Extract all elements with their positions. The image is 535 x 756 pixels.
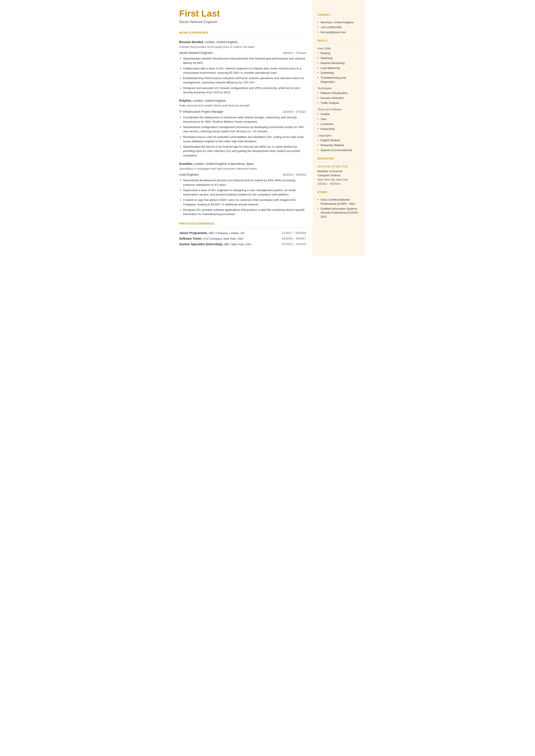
- prev-exp-dates-1: 11/2017 – 05/2018: [282, 231, 306, 235]
- contact-location: Wrexham, United Kingdom: [318, 20, 360, 25]
- hard-skill-6: Troubleshooting and Diagnostics: [318, 76, 360, 84]
- tool-3: Lucidchart: [318, 122, 360, 126]
- job-title-1: Senior Network Engineer: [179, 51, 213, 55]
- prev-exp-row-2: Software Tester, XYZ Company, New York, …: [179, 237, 306, 241]
- prev-company-name-1: Junior Programmer,: [179, 231, 208, 235]
- contact-phone: +44 1234567890: [318, 25, 360, 30]
- prev-company-rest-1: ABC Company, London, UK: [208, 232, 244, 235]
- edu-field: Computer Science: [318, 173, 360, 178]
- bullet-list-3: Streamlined development process and redu…: [179, 178, 306, 216]
- hard-skill-5: Subnetting: [318, 71, 360, 75]
- bullet-2-1: Coordinated the deployment of enterprise…: [179, 115, 306, 124]
- contact-section-title: CONTACT: [318, 13, 360, 17]
- company-tagline-3: Specializes in mortgages that help custo…: [179, 167, 306, 171]
- prev-company-name-3: System Specialist (Internship),: [179, 242, 223, 246]
- tools-list: Ansible Visio Lucidchart PowerShell: [318, 112, 360, 131]
- prev-exp-row-3: System Specialist (Internship), ABC, New…: [179, 242, 306, 246]
- job-dates-1: 08/2021 – Present: [283, 51, 306, 55]
- job-title-row-2: IT Infrastructure Project Manager 10/201…: [179, 109, 306, 114]
- company-rest-3: London, United Kingdom & Barcelona, Spai…: [193, 162, 254, 165]
- hard-skill-4: Load Balancing: [318, 66, 360, 70]
- bullet-3-4: Designed 20+ portable software applicati…: [179, 208, 306, 216]
- language-1: English (Native): [318, 138, 360, 142]
- edu-dates: 10/2011 - 06/2014: [318, 182, 360, 186]
- bullet-3-2: Supervised a team of 50+ engineers in de…: [179, 188, 306, 197]
- candidate-name: First Last: [179, 9, 306, 18]
- job-title-3: Lead Engineer: [179, 172, 199, 177]
- techniques-label: Techniques:: [318, 86, 360, 91]
- company-tagline-1: A lender that provides home equity lines…: [179, 45, 306, 49]
- edu-school: University of New York: [318, 164, 360, 169]
- job-title-row-3: Lead Engineer 06/2018 – 09/2019: [179, 172, 306, 177]
- prev-exp-dates-3: 07/2014 – 12/2015: [282, 242, 306, 246]
- prev-exp-company-2: Software Tester, XYZ Company, New York, …: [179, 237, 243, 241]
- bullet-1-1: Spearheaded network infrastructure impro…: [179, 56, 306, 65]
- bullet-2-2: Standardized configuration management pr…: [179, 125, 306, 134]
- prev-exp-company-3: System Specialist (Internship), ABC, New…: [179, 242, 251, 246]
- education-section-title: EDUCATION: [318, 157, 360, 160]
- job-dates-2: 10/2019 – 07/2021: [283, 110, 306, 114]
- bullet-3-1: Streamlined development process and redu…: [179, 178, 306, 187]
- other-section-title: OTHER: [318, 190, 360, 194]
- bullet-2-4: Spearheaded the launch of an Android app…: [179, 145, 306, 158]
- job-title-row-1: Senior Network Engineer 08/2021 – Presen…: [179, 51, 306, 55]
- work-experience-section-title: WORK EXPERIENCE: [179, 31, 306, 35]
- company-rest-1: London, United Kingdom: [204, 40, 238, 44]
- company-rest-2: London, United Kingdom: [192, 99, 226, 102]
- bullet-1-3: Established Key Performance Indicators (…: [179, 76, 306, 85]
- contact-email: first.last@gmail.com: [318, 30, 360, 35]
- prev-exp-dates-2: 01/2016 – 10/2017: [282, 237, 306, 241]
- language-3: Spanish (Conversational): [318, 148, 360, 153]
- hard-skills-label: Hard Skills:: [318, 46, 360, 51]
- prev-exp-section-title: PREVIOUS EXPERIENCE: [179, 222, 306, 226]
- technique-1: Network Virtualization: [318, 91, 360, 95]
- tools-label: Tools and Software:: [318, 107, 360, 112]
- resume-page: First Last Senior Network Engineer WORK …: [171, 0, 365, 257]
- prev-company-rest-2: XYZ Company, New York, USA: [202, 237, 243, 240]
- company-name-3: Growthsi,: [179, 162, 193, 165]
- prev-exp-row-1: Junior Programmer, ABC Company, London, …: [179, 231, 306, 235]
- hard-skills-list: Routing Switching Network Monitoring Loa…: [318, 51, 360, 84]
- prev-company-rest-3: ABC, New York, USA: [223, 243, 251, 246]
- candidate-title: Senior Network Engineer: [179, 19, 306, 25]
- hard-skill-1: Routing: [318, 51, 360, 55]
- hard-skill-2: Switching: [318, 56, 360, 60]
- bullet-2-3: Reviewed source code for potential vulne…: [179, 135, 306, 144]
- bullet-1-4: Designed and executed 10+ firewall confi…: [179, 86, 306, 95]
- job-block-3: Growthsi, London, United Kingdom & Barce…: [179, 162, 306, 216]
- bullet-3-3: Created an app that allows 8,000+ users …: [179, 198, 306, 207]
- contact-divider: [318, 18, 360, 18]
- other-item-1: Cisco Certified Network Professional (CC…: [318, 198, 360, 206]
- bullet-list-1: Spearheaded network infrastructure impro…: [179, 56, 306, 95]
- edu-location: New York City, New York: [318, 178, 360, 182]
- education-divider: [318, 162, 360, 162]
- prev-company-name-2: Software Tester,: [179, 237, 202, 240]
- prev-exp-divider: [179, 228, 306, 228]
- hard-skill-3: Network Monitoring: [318, 61, 360, 65]
- edu-degree: Bachelor of Science: [318, 169, 360, 174]
- skills-section-title: SKILLS: [318, 39, 360, 43]
- languages-list: English (Native) Romanian (Native) Spani…: [318, 138, 360, 153]
- job-dates-3: 06/2018 – 09/2019: [283, 173, 306, 177]
- technique-3: Traffic Analysis: [318, 101, 360, 105]
- company-name-1: Resume Worded,: [179, 40, 204, 44]
- bullet-1-2: Collaborated with a team of 20+ network …: [179, 66, 306, 75]
- job-block-2: Polyhire, London, United Kingdom Helps p…: [179, 98, 306, 158]
- language-2: Romanian (Native): [318, 143, 360, 147]
- tool-2: Visio: [318, 117, 360, 121]
- company-tagline-2: Helps personal and wealth clients build …: [179, 103, 306, 108]
- other-list: Cisco Certified Network Professional (CC…: [318, 198, 360, 219]
- prev-exp-company-1: Junior Programmer, ABC Company, London, …: [179, 231, 244, 235]
- job-title-2: IT Infrastructure Project Manager: [179, 109, 223, 114]
- technique-2: Intrusion Detection: [318, 96, 360, 100]
- left-column: First Last Senior Network Engineer WORK …: [171, 0, 313, 257]
- other-item-2: Certified Information Systems Security P…: [318, 207, 360, 219]
- work-experience-divider: [179, 37, 306, 37]
- skills-divider: [318, 44, 360, 44]
- company-line-1: Resume Worded, London, United Kingdom: [179, 40, 306, 44]
- company-line-2: Polyhire, London, United Kingdom: [179, 98, 306, 103]
- tool-1: Ansible: [318, 112, 360, 116]
- bullet-list-2: Coordinated the deployment of enterprise…: [179, 115, 306, 158]
- languages-label: Languages:: [318, 133, 360, 138]
- job-block-1: Resume Worded, London, United Kingdom A …: [179, 40, 306, 95]
